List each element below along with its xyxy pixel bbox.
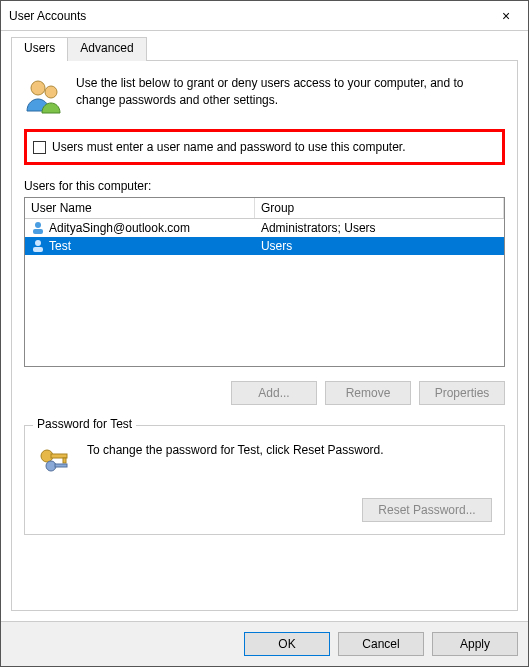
- svg-point-4: [35, 240, 41, 246]
- password-groupbox: Password for Test To change the password…: [24, 425, 505, 535]
- svg-rect-3: [33, 229, 43, 234]
- must-enter-credentials-checkbox[interactable]: [33, 141, 46, 154]
- remove-button[interactable]: Remove: [325, 381, 411, 405]
- svg-rect-10: [55, 464, 67, 467]
- password-text: To change the password for Test, click R…: [87, 442, 384, 459]
- cancel-button[interactable]: Cancel: [338, 632, 424, 656]
- content-area: Users Advanced Use the list below to gra…: [1, 31, 528, 621]
- properties-button[interactable]: Properties: [419, 381, 505, 405]
- must-enter-credentials-row[interactable]: Users must enter a user name and passwor…: [33, 140, 496, 154]
- list-item[interactable]: AdityaSingh@outlook.com Administrators; …: [25, 219, 504, 237]
- window-title: User Accounts: [9, 9, 484, 23]
- keys-icon: [37, 442, 73, 478]
- user-icon: [31, 239, 45, 253]
- add-button[interactable]: Add...: [231, 381, 317, 405]
- dialog-footer: OK Cancel Apply: [1, 621, 528, 666]
- user-name-cell: Test: [49, 239, 71, 253]
- list-header: User Name Group: [25, 198, 504, 219]
- must-enter-credentials-label: Users must enter a user name and passwor…: [52, 140, 406, 154]
- tab-advanced[interactable]: Advanced: [68, 37, 146, 61]
- user-buttons-row: Add... Remove Properties: [24, 381, 505, 405]
- users-listview[interactable]: User Name Group AdityaSingh@outlook.com …: [24, 197, 505, 367]
- close-button[interactable]: ×: [484, 1, 528, 31]
- column-group[interactable]: Group: [255, 198, 504, 218]
- list-item[interactable]: Test Users: [25, 237, 504, 255]
- reset-password-button[interactable]: Reset Password...: [362, 498, 492, 522]
- user-group-cell: Administrators; Users: [255, 220, 504, 236]
- user-icon: [31, 221, 45, 235]
- password-group-legend: Password for Test: [33, 417, 136, 431]
- tab-users[interactable]: Users: [11, 37, 68, 61]
- users-list-label: Users for this computer:: [24, 179, 505, 193]
- close-icon: ×: [502, 8, 510, 24]
- svg-point-2: [35, 222, 41, 228]
- tab-users-label: Users: [24, 41, 55, 55]
- highlight-box: Users must enter a user name and passwor…: [24, 129, 505, 165]
- user-group-cell: Users: [255, 238, 504, 254]
- svg-point-1: [45, 86, 57, 98]
- intro-text: Use the list below to grant or deny user…: [76, 75, 505, 115]
- tab-advanced-label: Advanced: [80, 41, 133, 55]
- user-name-cell: AdityaSingh@outlook.com: [49, 221, 190, 235]
- password-button-row: Reset Password...: [37, 498, 492, 522]
- svg-rect-5: [33, 247, 43, 252]
- users-icon: [24, 75, 64, 115]
- column-user-name[interactable]: User Name: [25, 198, 255, 218]
- user-accounts-dialog: User Accounts × Users Advanced Use the: [0, 0, 529, 667]
- svg-point-0: [31, 81, 45, 95]
- tab-panel-users: Use the list below to grant or deny user…: [11, 61, 518, 611]
- tab-strip: Users Advanced: [11, 37, 518, 61]
- intro-row: Use the list below to grant or deny user…: [24, 75, 505, 115]
- svg-rect-7: [51, 454, 67, 458]
- svg-rect-8: [63, 458, 66, 463]
- titlebar: User Accounts ×: [1, 1, 528, 31]
- password-row: To change the password for Test, click R…: [37, 442, 492, 478]
- apply-button[interactable]: Apply: [432, 632, 518, 656]
- ok-button[interactable]: OK: [244, 632, 330, 656]
